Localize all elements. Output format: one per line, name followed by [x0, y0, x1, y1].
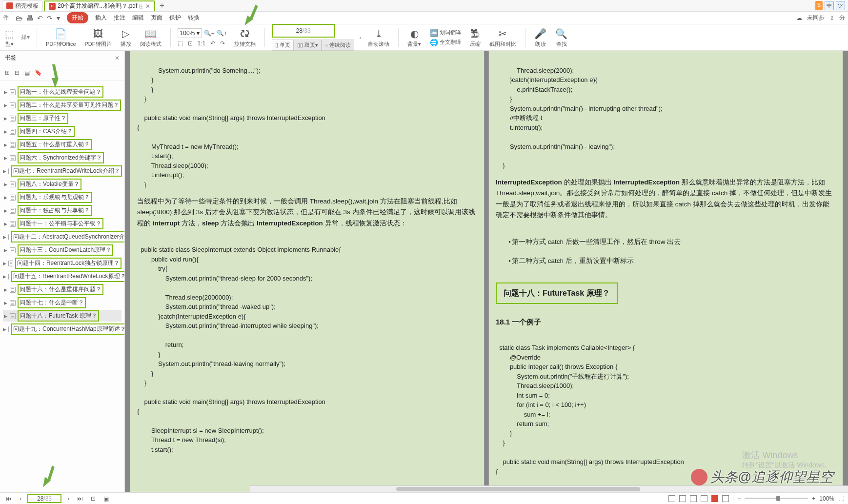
rotate-doc-button[interactable]: 🗘旋转文档 — [232, 27, 258, 48]
ime-lang[interactable]: 中 — [825, 1, 834, 10]
status-page-input[interactable]: 28/33 — [27, 494, 61, 503]
scrollbar-thumb[interactable] — [396, 487, 640, 491]
bookmark-item[interactable]: ▶问题三：原子性？ — [3, 113, 121, 124]
zoom-out-button[interactable]: − — [737, 495, 741, 502]
cloud-icon[interactable]: ☁ — [796, 15, 802, 21]
ime-s[interactable]: S — [815, 1, 823, 10]
avatar — [691, 469, 707, 485]
word-translate-button[interactable]: 🔤划词翻译 — [428, 28, 463, 38]
bookmark-item[interactable]: ▶问题十：独占锁与共享锁？ — [3, 205, 121, 216]
single-page-toggle[interactable]: ▯ 单页 — [272, 40, 294, 51]
menu-start[interactable]: 开始 — [67, 12, 88, 23]
jump-icon[interactable]: ⊡ — [89, 495, 98, 502]
share-icon[interactable]: ⇪ — [829, 15, 834, 21]
add-bookmark-icon[interactable]: ⊞ — [5, 69, 10, 76]
actual-size-icon[interactable]: 1:1 — [198, 40, 206, 47]
horizontal-scrollbar[interactable] — [250, 485, 848, 492]
find-button[interactable]: 🔍查找 — [553, 27, 569, 48]
page-viewport[interactable]: System.out.println("do Someing...."); } … — [125, 51, 848, 492]
bookmark-item[interactable]: ▶问题九：乐观锁与悲观锁？ — [3, 192, 121, 203]
compress-button[interactable]: 🗜压缩 — [468, 27, 483, 48]
page-number-input[interactable]: 28/33 — [272, 24, 335, 38]
dropdown-icon[interactable]: ▾ — [57, 14, 60, 22]
read-mode-button[interactable]: 📖阅读模式 — [138, 27, 163, 48]
prev-page-button[interactable]: ‹ — [18, 495, 23, 502]
read-aloud-button[interactable]: 🎤朗读 — [532, 27, 548, 48]
print-icon[interactable]: 🖶 — [26, 14, 33, 22]
bookmark-item[interactable]: ▶问题四：CAS介绍？ — [3, 126, 121, 137]
bookmark-item[interactable]: ▶问题五：什么是可重入锁？ — [3, 139, 121, 150]
continuous-toggle[interactable]: ≡ 连续阅读 — [322, 40, 354, 51]
selection-tool[interactable]: ⬚型▾ — [3, 27, 16, 48]
bookmark-item[interactable]: ▶问题十九：ConcurrentHashMap原理简述？ — [3, 323, 121, 335]
zoom-label[interactable]: 100% — [819, 495, 834, 502]
redo-icon[interactable]: ↷ — [47, 14, 53, 22]
screenshot-button[interactable]: ✂截图和对比 — [487, 27, 518, 48]
tool-caret[interactable]: 择▾ — [21, 33, 30, 41]
pdf-to-image-button[interactable]: 🖼PDF转图片 — [83, 27, 114, 48]
jump-icon2[interactable]: ▣ — [101, 495, 111, 502]
zoom-in-button[interactable]: + — [812, 495, 815, 502]
rotate-left-icon[interactable]: ↶ — [210, 40, 215, 47]
view-mode-2[interactable] — [679, 495, 686, 502]
view-mode-5[interactable] — [711, 495, 718, 502]
expand-all-icon[interactable]: ▤ — [24, 69, 30, 76]
rotate-right-icon[interactable]: ↷ — [220, 40, 225, 47]
menu-convert[interactable]: 转换 — [188, 14, 200, 22]
bookmark-item[interactable]: ▶问题十七：什么是中断？ — [3, 297, 121, 308]
auto-scroll-button[interactable]: ⤓自动滚动 — [366, 27, 391, 48]
menu-insert[interactable]: 插入 — [95, 14, 107, 22]
background-button[interactable]: ◐背景▾ — [405, 27, 423, 48]
play-button[interactable]: ▷播放 — [119, 27, 133, 48]
next-page-button[interactable]: › — [65, 495, 71, 502]
undo-icon[interactable]: ↶ — [37, 14, 43, 22]
fullscreen-icon[interactable]: ⛶ — [838, 495, 844, 502]
fit-page-icon[interactable]: ⊡ — [188, 40, 193, 47]
menu-edit[interactable]: 编辑 — [132, 14, 144, 22]
new-tab-button[interactable]: ＋ — [156, 0, 168, 11]
tab-active-pdf[interactable]: P20个高并发编程...都会吗？.pdf⎘✕ — [44, 0, 155, 11]
bookmark-item[interactable]: ▶问题十六：什么是重排序问题？ — [3, 284, 121, 295]
double-page-toggle[interactable]: ▯▯ 双页▾ — [294, 40, 322, 51]
last-page-button[interactable]: ⏭ — [75, 495, 85, 502]
close-icon[interactable]: ✕ — [115, 55, 120, 61]
menu-protect[interactable]: 保护 — [169, 14, 181, 22]
fit-width-icon[interactable]: ⬚ — [178, 40, 183, 47]
menu-page[interactable]: 页面 — [151, 14, 162, 22]
close-icon[interactable]: ✕ — [145, 3, 150, 10]
bookmark-item[interactable]: ▶问题十一：公平锁与非公平锁？ — [3, 218, 121, 229]
bookmark-item[interactable]: ▶问题八：Volatile变量？ — [3, 179, 121, 190]
bookmark-item[interactable]: ▶问题七：ReentrantReadWriteLock介绍？ — [3, 165, 121, 177]
page-nav-next[interactable]: › — [359, 34, 361, 41]
zoom-slider[interactable] — [745, 498, 808, 499]
first-page-button[interactable]: ⏮ — [4, 495, 14, 502]
bookmark-label: 问题十一：公平锁与非公平锁？ — [18, 218, 103, 229]
view-mode-6[interactable] — [722, 495, 729, 502]
bookmark-item[interactable]: ▶问题十三：CountDownLatch原理？ — [3, 244, 121, 256]
bookmark-item[interactable]: ▶问题一：什么是线程安全问题？ — [3, 86, 121, 98]
bookmark-item[interactable]: ▶问题十二：AbstractQueuedSynchronizer介绍？ — [3, 231, 121, 242]
zoom-in-icon[interactable]: 🔍+ — [217, 30, 227, 37]
full-translate-button[interactable]: 🌐全文翻译 — [428, 38, 463, 47]
zoom-out-icon[interactable]: 🔍− — [204, 30, 215, 37]
ime-mode[interactable]: ツ — [836, 1, 845, 10]
bookmark-item[interactable]: ▶问题二：什么是共享变量可见性问题？ — [3, 100, 121, 111]
page-icon — [8, 274, 9, 280]
open-icon[interactable]: 🗁 — [16, 14, 22, 22]
bookmark-item[interactable]: ▶问题十八：FutureTask 原理？ — [3, 310, 121, 322]
bookmark-flag-icon[interactable]: 🔖 — [35, 69, 42, 76]
view-mode-4[interactable] — [701, 495, 707, 502]
bookmark-item[interactable]: ▶问题六：Synchronized关键字？ — [3, 152, 121, 163]
zoom-select[interactable]: 100% ▾ — [178, 28, 202, 38]
remove-bookmark-icon[interactable]: ⊟ — [15, 69, 20, 76]
pdf-to-office-button[interactable]: 📄PDF转Office — [44, 27, 78, 48]
bookmark-item[interactable]: ▶问题十四：ReentrantLock独占锁原理？ — [3, 258, 121, 269]
bookmark-item[interactable]: ▶问题十五：ReentrantReadWriteLock原理？ — [3, 271, 121, 282]
view-mode-1[interactable] — [668, 495, 675, 502]
menu-comment[interactable]: 批注 — [114, 14, 125, 22]
view-mode-3[interactable] — [690, 495, 697, 502]
chevron-right-icon: ▶ — [3, 261, 6, 266]
tab-template[interactable]: 稻壳模板 — [2, 0, 43, 11]
menu-file[interactable]: 件 — [3, 14, 9, 22]
sync-status[interactable]: 未同步 — [807, 14, 825, 22]
